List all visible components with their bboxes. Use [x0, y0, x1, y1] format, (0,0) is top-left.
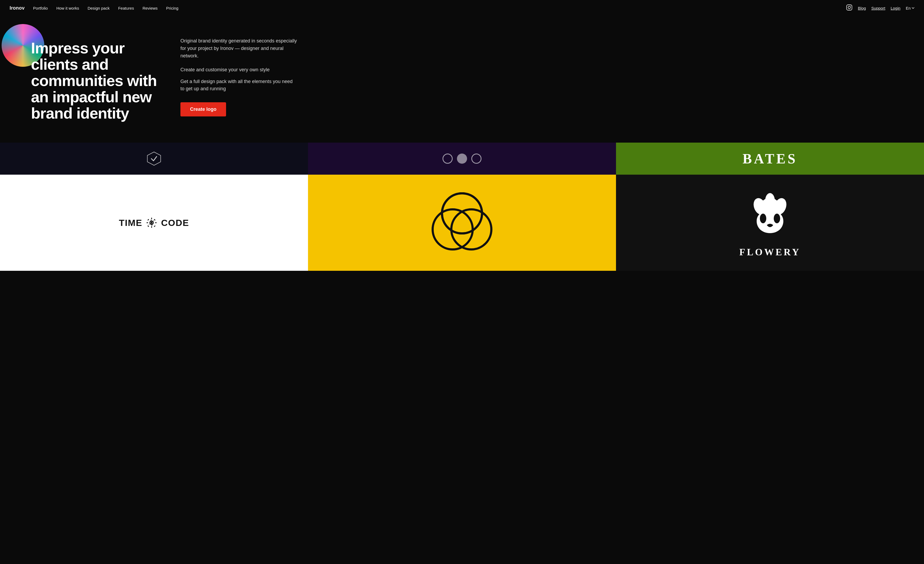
svg-point-21: [760, 214, 766, 223]
nav-login-link[interactable]: Login: [891, 6, 900, 11]
svg-point-17: [442, 193, 482, 233]
timecode-logo: TIME: [119, 217, 189, 228]
svg-rect-8: [147, 223, 148, 223]
navbar: Ironov Portfolio How it works Design pac…: [0, 0, 924, 16]
portfolio-cell-timecode: TIME: [0, 174, 308, 271]
center-dots: [442, 153, 482, 164]
svg-point-22: [774, 214, 780, 223]
nav-link-features[interactable]: Features: [118, 6, 134, 11]
nav-blog-link[interactable]: Blog: [858, 6, 866, 11]
portfolio-cell-spiral: [308, 174, 616, 271]
nav-link-design-pack[interactable]: Design pack: [87, 6, 110, 11]
hero-title: Impress your clients and communities wit…: [10, 32, 159, 121]
timecode-gear-icon: [146, 217, 157, 228]
portfolio-section: BATES TIME: [0, 143, 924, 271]
svg-rect-12: [148, 226, 149, 227]
create-logo-button[interactable]: Create logo: [180, 102, 226, 116]
bates-logo-text: BATES: [742, 151, 798, 167]
portfolio-cell-dark-center: [308, 143, 616, 174]
portfolio-cell-green-bates: BATES: [616, 143, 924, 174]
portfolio-cell-dark-left: [0, 143, 308, 174]
hero-description-1: Original brand identity generated in sec…: [180, 38, 298, 60]
dot-3: [471, 153, 482, 164]
svg-rect-10: [148, 219, 149, 221]
timecode-text-1: TIME: [119, 218, 142, 228]
svg-rect-7: [152, 226, 152, 228]
flowery-logo-container: FLOWERY: [739, 188, 801, 258]
svg-rect-13: [154, 226, 156, 227]
nav-link-reviews[interactable]: Reviews: [142, 6, 158, 11]
portfolio-grid: BATES TIME: [0, 143, 924, 271]
nav-right: Blog Support Login En: [846, 4, 914, 12]
hero-right: Original brand identity generated in sec…: [180, 32, 298, 116]
timecode-text-2: CODE: [161, 218, 189, 228]
dot-2: [457, 153, 467, 164]
svg-point-20: [765, 193, 775, 208]
nav-link-pricing[interactable]: Pricing: [166, 6, 178, 11]
hero-section: Impress your clients and communities wit…: [0, 16, 924, 143]
dot-1: [442, 153, 453, 164]
dark-left-icon: [146, 150, 162, 167]
language-selector[interactable]: En: [906, 6, 914, 11]
svg-marker-3: [147, 152, 160, 165]
svg-point-2: [850, 6, 851, 6]
nav-logo[interactable]: Ironov: [10, 5, 24, 11]
svg-rect-6: [152, 218, 152, 219]
portfolio-cell-flowery: FLOWERY: [616, 174, 924, 271]
flowery-logo-text: FLOWERY: [739, 247, 801, 258]
hero-description-3: Get a full design pack with all the elem…: [180, 78, 298, 93]
svg-rect-9: [155, 223, 157, 223]
hero-left: Impress your clients and communities wit…: [10, 32, 159, 121]
nav-link-portfolio[interactable]: Portfolio: [33, 6, 48, 11]
spiral-logo-icon: [424, 185, 500, 260]
nav-support-link[interactable]: Support: [871, 6, 885, 11]
nav-left: Ironov Portfolio How it works Design pac…: [10, 5, 178, 11]
hero-description-2: Create and customise your very own style: [180, 66, 298, 74]
instagram-icon[interactable]: [846, 4, 852, 12]
svg-rect-0: [847, 5, 852, 10]
svg-point-1: [848, 6, 850, 9]
nav-link-how-it-works[interactable]: How it works: [56, 6, 79, 11]
flowery-logo-icon: [743, 188, 797, 241]
